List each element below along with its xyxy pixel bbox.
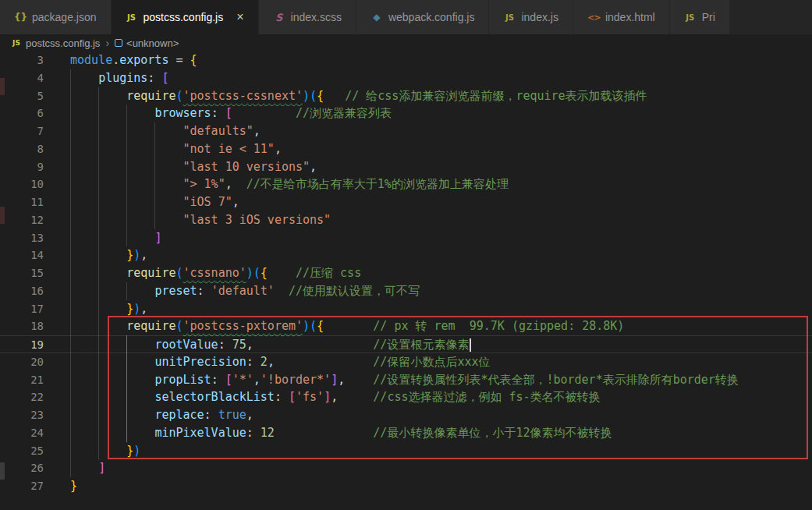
left-edge-mark [0, 207, 5, 224]
tab-webpack.config.js[interactable]: ◆webpack.config.js [356, 0, 490, 34]
token: 'default' [211, 284, 275, 298]
tab-package.json[interactable]: {}package.json [0, 0, 112, 34]
line-number[interactable]: 26 [0, 459, 44, 477]
code-line-8[interactable]: 8 "not ie < 11", [0, 140, 812, 158]
code-line-20[interactable]: 20 unitPrecision: 2, //保留小数点后xxx位 [0, 353, 812, 371]
token: ( [310, 319, 317, 333]
line-number[interactable]: 7 [0, 122, 44, 140]
line-number[interactable]: 11 [0, 193, 44, 211]
code-line-12[interactable]: 12 "last 3 iOS versions" [0, 211, 812, 229]
tab-label: webpack.config.js [388, 11, 475, 23]
code-line-21[interactable]: 21 propList: ['*','!border*'], //设置转换属性列… [0, 371, 812, 389]
line-number[interactable]: 21 [0, 371, 44, 389]
line-number[interactable]: 5 [0, 87, 44, 105]
code-line-10[interactable]: 10 "> 1%", //不是给市场占有率大于1%的浏览器加上兼容处理 [0, 175, 812, 193]
token: // px 转 rem 99.7K (gzipped: 28.8K) [324, 319, 624, 333]
code-line-7[interactable]: 7 "defaults", [0, 122, 812, 140]
line-number[interactable]: 10 [0, 175, 44, 193]
token: [ [289, 390, 296, 404]
code-line-26[interactable]: 26 ] [0, 459, 812, 477]
breadcrumb-symbol[interactable]: <unknown> [126, 37, 179, 49]
token: 'postcss-cssnext' [183, 89, 303, 103]
line-number[interactable]: 18 [0, 317, 44, 335]
token: '*' [232, 373, 254, 387]
html-icon: <> [587, 12, 600, 23]
line-number[interactable]: 13 [0, 229, 44, 247]
token: , [254, 124, 261, 138]
code-editor[interactable]: 3module.exports = {4 plugins: [5 require… [0, 51, 812, 510]
tab-index.js[interactable]: JSindex.js [489, 0, 573, 34]
code-text: minPixelValue: 12 //最小转换像素单位，小于12像素均不被转换 [44, 424, 612, 442]
tab-index.html[interactable]: <>index.html [573, 0, 670, 34]
code-text: module.exports = { [44, 51, 197, 69]
token [70, 284, 154, 298]
line-number[interactable]: 15 [0, 264, 44, 282]
code-line-27[interactable]: 27} [0, 477, 812, 495]
line-number[interactable]: 25 [0, 442, 44, 460]
code-line-17[interactable]: 17 }), [0, 300, 812, 318]
tab-postcss.config.js[interactable]: JSpostcss.config.js× [112, 0, 259, 34]
code-text: preset: 'default' //使用默认设置，可不写 [44, 282, 420, 300]
breadcrumb-file[interactable]: postcss.config.js [26, 37, 100, 49]
tab-Pri[interactable]: JSPri [670, 0, 730, 34]
line-number[interactable]: 23 [0, 406, 44, 424]
line-number[interactable]: 27 [0, 477, 44, 495]
line-number[interactable]: 24 [0, 424, 44, 442]
token: true [218, 408, 246, 422]
line-number[interactable]: 19 [0, 336, 44, 352]
tab-bar: {}package.jsonJSpostcss.config.js×Sindex… [0, 0, 812, 34]
token [70, 302, 126, 316]
code-text: "> 1%", //不是给市场占有率大于1%的浏览器加上兼容处理 [44, 175, 509, 193]
code-text: "defaults", [44, 122, 261, 140]
code-line-4[interactable]: 4 plugins: [ [0, 69, 812, 87]
code-line-11[interactable]: 11 "iOS 7", [0, 193, 812, 211]
line-number[interactable]: 22 [0, 388, 44, 406]
code-text: selectorBlackList: ['fs'], //css选择器过滤，例如… [44, 388, 601, 406]
token: require [126, 266, 176, 280]
token: : [246, 426, 261, 440]
line-number[interactable]: 9 [0, 158, 44, 176]
token: ) [303, 319, 310, 333]
close-icon[interactable]: × [236, 11, 243, 23]
token: ] [154, 231, 161, 245]
code-line-15[interactable]: 15 require('cssnano')({ //压缩 css [0, 264, 812, 282]
token: : [204, 408, 218, 422]
token: , [225, 177, 232, 191]
line-number[interactable]: 16 [0, 282, 44, 300]
code-line-13[interactable]: 13 ] [0, 229, 812, 247]
token: : [246, 355, 261, 369]
line-number[interactable]: 12 [0, 211, 44, 229]
line-number[interactable]: 17 [0, 300, 44, 318]
code-line-14[interactable]: 14 }), [0, 246, 812, 264]
js-icon: JS [503, 13, 516, 22]
line-number[interactable]: 4 [0, 69, 44, 87]
code-line-16[interactable]: 16 preset: 'default' //使用默认设置，可不写 [0, 282, 812, 300]
token [70, 89, 126, 103]
line-number[interactable]: 20 [0, 353, 44, 371]
code-line-24[interactable]: 24 minPixelValue: 12 //最小转换像素单位，小于12像素均不… [0, 424, 812, 442]
sass-icon: S [273, 12, 285, 23]
code-line-9[interactable]: 9 "last 10 versions", [0, 158, 812, 176]
token: preset [154, 284, 197, 298]
code-line-22[interactable]: 22 selectorBlackList: ['fs'], //css选择器过滤… [0, 388, 812, 406]
breadcrumb-separator-icon: › [105, 37, 109, 49]
code-line-5[interactable]: 5 require('postcss-cssnext')({ // 给css添加… [0, 87, 812, 105]
token [70, 373, 154, 387]
code-line-18[interactable]: 18 require('postcss-pxtorem')({ // px 转 … [0, 317, 812, 335]
token: '!border*' [261, 373, 331, 387]
code-text: unitPrecision: 2, //保留小数点后xxx位 [44, 353, 491, 371]
line-number[interactable]: 3 [0, 51, 44, 69]
code-line-19[interactable]: 19 rootValue: 75, //设置根元素像素 [0, 335, 812, 353]
code-line-23[interactable]: 23 replace: true, [0, 406, 812, 424]
line-number[interactable]: 14 [0, 246, 44, 264]
code-line-3[interactable]: 3module.exports = { [0, 51, 812, 69]
line-number[interactable]: 8 [0, 140, 44, 158]
tab-index.scss[interactable]: Sindex.scss [259, 0, 356, 34]
token [70, 124, 183, 138]
code-line-25[interactable]: 25 }) [0, 442, 812, 460]
left-edge-mark [0, 78, 5, 95]
token: [ [161, 71, 168, 85]
code-line-6[interactable]: 6 browsers: [ //浏览器兼容列表 [0, 104, 812, 122]
token: } [126, 444, 133, 458]
line-number[interactable]: 6 [0, 104, 44, 122]
